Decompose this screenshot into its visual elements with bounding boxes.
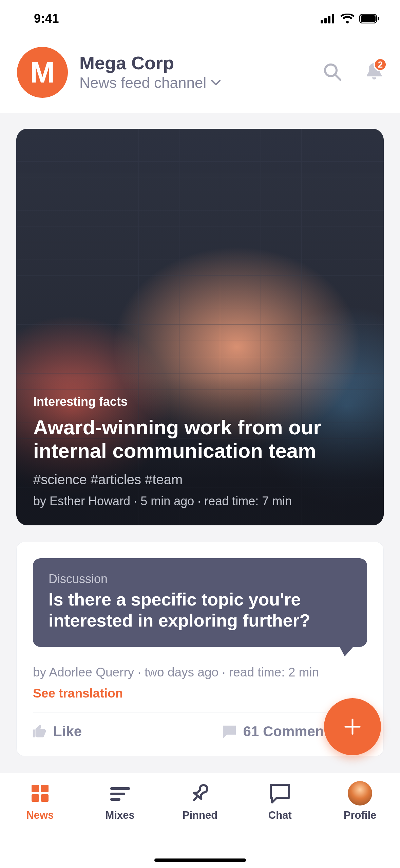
nav-label: News: [26, 809, 54, 821]
nav-pinned[interactable]: Pinned: [160, 781, 240, 868]
discussion-bubble: Discussion Is there a specific topic you…: [33, 558, 367, 647]
channel-picker[interactable]: News feed channel: [79, 74, 311, 91]
like-button[interactable]: Like: [32, 723, 82, 740]
hero-article-card[interactable]: Interesting facts Award-winning work fro…: [16, 129, 384, 525]
comment-icon: [222, 724, 237, 739]
svg-rect-16: [110, 793, 125, 795]
svg-rect-6: [378, 17, 379, 20]
discussion-title: Is there a specific topic you're interes…: [49, 589, 351, 631]
org-logo-letter: M: [30, 55, 55, 90]
discussion-kicker: Discussion: [49, 572, 351, 586]
status-icons: [321, 14, 380, 24]
nav-label: Pinned: [183, 809, 217, 821]
pin-icon: [189, 782, 211, 804]
app-header: M Mega Corp News feed channel 2: [0, 37, 400, 113]
svg-rect-12: [41, 785, 49, 792]
svg-rect-17: [110, 798, 120, 801]
svg-rect-13: [32, 794, 39, 802]
svg-rect-3: [332, 14, 334, 23]
engagement-row: Like 61 Comments •••: [32, 712, 368, 740]
svg-rect-2: [328, 16, 330, 23]
svg-line-18: [194, 796, 198, 800]
comments-label: 61 Comments: [243, 723, 337, 740]
svg-rect-5: [361, 15, 376, 22]
hero-meta: by Esther Howard · 5 min ago · read time…: [33, 494, 367, 508]
chat-icon: [268, 782, 292, 804]
hero-kicker: Interesting facts: [33, 395, 367, 409]
search-button[interactable]: [323, 62, 342, 83]
thumbs-up-icon: [32, 724, 47, 739]
cellular-icon: [321, 14, 336, 23]
org-name: Mega Corp: [79, 53, 311, 73]
battery-icon: [359, 14, 380, 23]
header-actions: 2: [323, 62, 383, 83]
nav-profile[interactable]: Profile: [320, 781, 400, 868]
hero-overlay: Interesting facts Award-winning work fro…: [16, 378, 384, 525]
see-translation-link[interactable]: See translation: [33, 686, 367, 701]
svg-rect-15: [110, 787, 130, 790]
hero-title: Award-winning work from our internal com…: [33, 416, 367, 463]
plus-icon: [343, 717, 362, 737]
nav-label: Mixes: [106, 809, 135, 821]
status-time: 9:41: [34, 12, 59, 26]
nav-label: Chat: [268, 809, 292, 821]
bottom-nav: News Mixes Pinned Chat Profile: [0, 773, 400, 868]
header-title-block: Mega Corp News feed channel: [79, 53, 311, 92]
compose-fab[interactable]: [324, 698, 381, 755]
notifications-button[interactable]: 2: [365, 62, 383, 83]
like-label: Like: [53, 723, 82, 740]
svg-rect-11: [32, 785, 39, 792]
comments-button[interactable]: 61 Comments: [222, 723, 337, 740]
status-bar: 9:41: [0, 0, 400, 37]
nav-mixes[interactable]: Mixes: [80, 781, 160, 868]
mixes-icon: [109, 785, 131, 801]
org-logo[interactable]: M: [17, 47, 68, 98]
news-icon: [30, 783, 51, 804]
nav-label: Profile: [344, 809, 376, 821]
svg-line-8: [335, 75, 340, 80]
chevron-down-icon: [211, 80, 221, 86]
discussion-meta: by Adorlee Querry · two days ago · read …: [33, 665, 367, 680]
notification-badge: 2: [374, 58, 387, 71]
svg-rect-14: [41, 794, 49, 802]
svg-rect-0: [321, 20, 323, 23]
svg-rect-1: [324, 18, 327, 23]
wifi-icon: [340, 14, 355, 24]
search-icon: [323, 62, 342, 81]
home-indicator: [154, 858, 246, 862]
avatar-icon: [348, 781, 372, 806]
nav-chat[interactable]: Chat: [240, 781, 320, 868]
nav-news[interactable]: News: [0, 781, 80, 868]
hero-tags: #science #articles #team: [33, 472, 367, 487]
channel-name: News feed channel: [79, 74, 206, 91]
